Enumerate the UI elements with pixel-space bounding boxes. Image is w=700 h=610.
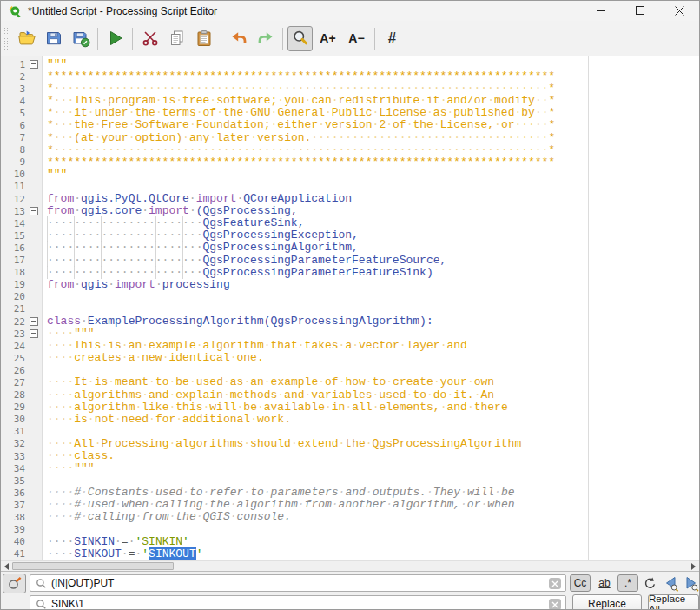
save-script-as-button[interactable] <box>68 26 93 51</box>
gutter-line[interactable]: 39 <box>1 524 42 536</box>
find-toggle-icon <box>7 576 23 592</box>
line-number: 30 <box>1 414 30 425</box>
paste-button[interactable] <box>191 26 216 51</box>
fold-marker-icon[interactable] <box>30 207 38 215</box>
line-number: 13 <box>1 206 30 217</box>
gutter-line[interactable]: 31 <box>1 426 42 438</box>
decrease-font-button[interactable]: A− <box>343 26 370 51</box>
copy-button[interactable] <box>164 26 189 51</box>
gutter-line[interactable]: 1 <box>1 58 42 70</box>
code-line: *···the·Free·Software·Foundation;·either… <box>47 119 699 131</box>
gutter-line[interactable]: 40 <box>1 536 42 548</box>
gutter-line[interactable]: 35 <box>1 474 42 487</box>
line-number: 34 <box>1 463 30 474</box>
scroll-left-arrow[interactable] <box>1 561 11 571</box>
gutter-line[interactable]: 38 <box>1 511 42 523</box>
find-toggle-button[interactable] <box>3 574 26 593</box>
code-line: from·qgis·import·processing <box>47 279 699 291</box>
gutter-line[interactable]: 3 <box>1 83 42 95</box>
gutter-line[interactable]: 32 <box>1 438 42 450</box>
gutter-line[interactable]: 23 <box>1 328 42 340</box>
gutter-line[interactable]: 26 <box>1 364 42 376</box>
gutter-line[interactable]: 36 <box>1 487 42 499</box>
gutter-line[interactable]: 15 <box>1 229 42 242</box>
gutter-line[interactable]: 29 <box>1 401 42 414</box>
code-line <box>47 364 699 376</box>
minimize-button[interactable] <box>582 1 621 21</box>
find-previous-icon[interactable] <box>662 574 679 592</box>
gutter-line[interactable]: 25 <box>1 352 42 364</box>
gutter-line[interactable]: 4 <box>1 95 42 107</box>
line-number: 22 <box>1 316 30 328</box>
toolbar-grip[interactable] <box>3 27 9 50</box>
maximize-button[interactable] <box>621 1 660 21</box>
replace-all-button[interactable]: Replace All <box>648 594 699 610</box>
line-number-gutter[interactable]: 1234567891011121314151617181920212223242… <box>1 56 43 560</box>
gutter-line[interactable]: 14 <box>1 217 42 229</box>
gutter-line[interactable]: 12 <box>1 193 42 205</box>
line-number: 18 <box>1 267 30 278</box>
search-input[interactable] <box>51 575 545 591</box>
gutter-line[interactable]: 17 <box>1 255 42 267</box>
gutter-line[interactable]: 7 <box>1 132 42 144</box>
search-field <box>30 574 566 592</box>
gutter-line[interactable]: 21 <box>1 303 42 315</box>
find-replace-button[interactable] <box>287 26 313 51</box>
clear-replace-icon[interactable] <box>549 599 561 610</box>
find-next-icon[interactable] <box>682 574 699 592</box>
run-script-button[interactable] <box>102 26 128 51</box>
save-script-button[interactable] <box>41 26 66 51</box>
gutter-line[interactable]: 8 <box>1 144 42 156</box>
gutter-line[interactable]: 9 <box>1 156 42 169</box>
gutter-line[interactable]: 5 <box>1 107 42 119</box>
whole-word-toggle[interactable]: ab <box>594 574 615 592</box>
replace-input[interactable] <box>51 596 545 610</box>
cut-button[interactable] <box>137 26 162 51</box>
gutter-line[interactable]: 13 <box>1 205 42 217</box>
gutter-line[interactable]: 2 <box>1 70 42 83</box>
close-button[interactable] <box>660 1 699 21</box>
gutter-line[interactable]: 33 <box>1 450 42 462</box>
code-line: *·······································… <box>47 83 699 95</box>
gutter-line[interactable]: 18 <box>1 267 42 279</box>
code-editor[interactable]: 1234567891011121314151617181920212223242… <box>1 56 699 571</box>
fold-marker-icon[interactable] <box>30 329 38 338</box>
case-sensitive-toggle[interactable]: Cc <box>570 574 591 592</box>
open-script-button[interactable] <box>14 26 39 51</box>
processing-script-editor-window: *Untitled Script - Processing Script Edi… <box>0 0 700 610</box>
code-text-area[interactable]: """*************************************… <box>43 56 699 560</box>
scroll-right-arrow[interactable] <box>689 561 699 571</box>
undo-button[interactable] <box>226 26 251 51</box>
fold-marker-icon[interactable] <box>30 60 38 69</box>
line-number: 16 <box>1 242 30 254</box>
gutter-line[interactable]: 24 <box>1 340 42 352</box>
regex-toggle[interactable]: .* <box>617 574 638 592</box>
horizontal-scrollbar[interactable] <box>1 560 699 571</box>
wrap-around-icon[interactable] <box>641 574 658 592</box>
titlebar[interactable]: *Untitled Script - Processing Script Edi… <box>1 1 699 21</box>
code-line: ****************************************… <box>47 156 699 169</box>
replace-button[interactable]: Replace <box>572 594 642 610</box>
clear-search-icon[interactable] <box>549 578 561 589</box>
gutter-line[interactable]: 10 <box>1 169 42 181</box>
gutter-line[interactable]: 16 <box>1 242 42 254</box>
redo-button[interactable] <box>253 26 278 51</box>
code-line: ····#·Constants·used·to·refer·to·paramet… <box>47 487 699 499</box>
gutter-line[interactable]: 27 <box>1 376 42 388</box>
toggle-comment-button[interactable]: # <box>380 26 405 51</box>
gutter-line[interactable]: 41 <box>1 548 42 560</box>
gutter-line[interactable]: 28 <box>1 389 42 401</box>
line-number: 29 <box>1 401 30 413</box>
window-title: *Untitled Script - Processing Script Edi… <box>28 5 582 17</box>
gutter-line[interactable]: 30 <box>1 414 42 426</box>
gutter-line[interactable]: 6 <box>1 119 42 131</box>
gutter-line[interactable]: 20 <box>1 291 42 303</box>
gutter-line[interactable]: 22 <box>1 315 42 328</box>
gutter-line[interactable]: 34 <box>1 462 42 474</box>
gutter-line[interactable]: 11 <box>1 181 42 193</box>
fold-marker-icon[interactable] <box>30 317 38 326</box>
gutter-line[interactable]: 19 <box>1 279 42 291</box>
gutter-line[interactable]: 37 <box>1 499 42 511</box>
scrollbar-thumb[interactable] <box>12 562 174 570</box>
increase-font-button[interactable]: A+ <box>314 26 341 51</box>
